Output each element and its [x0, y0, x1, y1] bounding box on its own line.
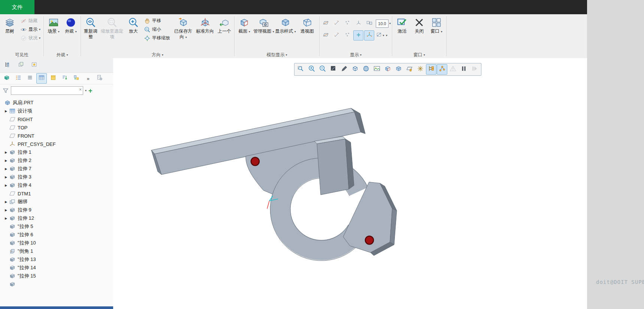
axis-display-toggle[interactable]: [332, 18, 342, 28]
show-button[interactable]: 显示 ▾: [18, 25, 42, 34]
tree-item-2[interactable]: ▶设计项: [0, 107, 113, 115]
expand-arrow-icon[interactable]: ▶: [3, 208, 9, 212]
tree-filter-button[interactable]: [426, 64, 436, 75]
tree-partial-selected-row[interactable]: [0, 306, 113, 309]
warning-button[interactable]: [448, 64, 458, 75]
edge-display-swatch[interactable]: ▾: [375, 30, 385, 40]
pan-button[interactable]: 平移: [142, 16, 172, 25]
expand-arrow-icon[interactable]: ▶: [3, 200, 9, 204]
tree-filters-button[interactable]: [13, 73, 24, 84]
favorites-tab-button[interactable]: [29, 60, 40, 70]
tree-item-4[interactable]: TOP: [0, 123, 113, 132]
tree-item-14[interactable]: ▶拉伸 9: [0, 206, 113, 214]
saved-orientations-button[interactable]: 已保存方向 ▾: [172, 16, 194, 40]
expand-arrow-icon[interactable]: ▶: [3, 110, 9, 113]
repaint-button[interactable]: [339, 64, 350, 75]
tree-item-1[interactable]: 风扇.PRT: [0, 99, 113, 107]
tree-filter-input[interactable]: [11, 86, 83, 95]
tree-item-10[interactable]: ▶拉伸 3: [0, 173, 113, 181]
dragger-button[interactable]: [437, 64, 447, 75]
add-filter-button[interactable]: +: [88, 87, 93, 94]
close-window-button[interactable]: 关闭: [411, 16, 428, 34]
tree-item-12[interactable]: DTM1: [0, 189, 113, 198]
tree-item-19[interactable]: "倒角 1: [0, 247, 113, 255]
expand-arrow-icon[interactable]: ▶: [3, 167, 9, 171]
tree-item-3[interactable]: RIGHT: [0, 115, 113, 123]
tree-item-17[interactable]: "拉伸 6: [0, 231, 113, 239]
axis-tag-toggle[interactable]: [332, 30, 342, 40]
expand-arrow-icon[interactable]: ▶: [3, 184, 9, 187]
expand-arrow-icon[interactable]: ▶: [3, 151, 9, 154]
refit-button[interactable]: 重新调整: [82, 16, 99, 40]
pause-button[interactable]: [459, 64, 469, 75]
tree-item-20[interactable]: "拉伸 13: [0, 255, 113, 264]
windows-button[interactable]: 窗口 ▾: [428, 16, 445, 34]
resume-button[interactable]: [469, 64, 480, 75]
annotation-display-toggle[interactable]: [364, 18, 374, 28]
tree-item-22[interactable]: "拉伸 15: [0, 272, 113, 280]
zoom-window-button[interactable]: [296, 64, 306, 75]
display-style-button[interactable]: [350, 64, 360, 75]
tree-item-21[interactable]: "拉伸 14: [0, 264, 113, 272]
clear-filter-icon[interactable]: ×: [79, 87, 82, 92]
shade-button[interactable]: [393, 64, 404, 75]
point-tag-toggle[interactable]: [342, 30, 353, 40]
csys-display-toggle[interactable]: [353, 18, 363, 28]
point-display-toggle[interactable]: [342, 18, 353, 28]
tree-item-partial[interactable]: [0, 280, 113, 288]
model-tree-toggle-button[interactable]: [2, 60, 13, 70]
tree-item-11[interactable]: ▶拉伸 4: [0, 181, 113, 189]
layer-tree-button[interactable]: 层树: [1, 16, 18, 34]
zoom-in-button[interactable]: 放大: [125, 16, 142, 34]
tree-item-7[interactable]: ▶拉伸 1: [0, 148, 113, 156]
tree-item-13[interactable]: ▶捆绑: [0, 198, 113, 206]
part-display-button[interactable]: [1, 73, 12, 84]
plane-display-toggle[interactable]: [321, 18, 331, 28]
zoom-to-selected-button[interactable]: 缩放至选定项: [99, 16, 125, 40]
tree-item-16[interactable]: "拉伸 5: [0, 222, 113, 231]
tree-settings-button[interactable]: [94, 73, 105, 84]
tree-item-5[interactable]: FRONT: [0, 132, 113, 140]
layer-tab-button[interactable]: [16, 60, 26, 70]
scene-button[interactable]: 场景 ▾: [45, 16, 62, 34]
tree-item-18[interactable]: "拉伸 10: [0, 239, 113, 247]
saved-orientations-button[interactable]: [361, 64, 371, 75]
tree-columns-button[interactable]: [25, 73, 35, 84]
expand-arrow-icon[interactable]: ▶: [3, 176, 9, 179]
hide-button[interactable]: 隐藏: [18, 16, 42, 25]
tree-table-button[interactable]: [36, 73, 47, 84]
plane-tag-toggle[interactable]: [321, 30, 331, 40]
filter-dropdown-icon[interactable]: ▾: [85, 89, 87, 92]
highlight-geometry-button[interactable]: [48, 73, 58, 84]
zoom-out-button[interactable]: 缩小: [142, 25, 172, 34]
menu-tab-1[interactable]: 文件: [0, 0, 34, 14]
expand-arrow-icon[interactable]: ▶: [3, 217, 9, 220]
spin-center-toggle[interactable]: [353, 30, 363, 40]
zoom-in-button[interactable]: [306, 64, 317, 75]
refit-button[interactable]: [328, 64, 339, 75]
tree-item-8[interactable]: ▶拉伸 2: [0, 156, 113, 165]
view-manager-button[interactable]: [372, 64, 382, 75]
overflow-button[interactable]: »: [83, 73, 93, 84]
section-button[interactable]: 截面 ▾: [236, 16, 253, 34]
expand-arrow-icon[interactable]: ▶: [3, 159, 9, 162]
manage-views-button[interactable]: 管理视图 ▾: [253, 16, 275, 34]
tree-item-15[interactable]: ▶拉伸 12: [0, 214, 113, 222]
display-style-button[interactable]: 显示样式 ▾: [275, 16, 296, 34]
sort-items-button[interactable]: [60, 73, 70, 84]
tolerance-display-box[interactable]: 10.0: [376, 20, 388, 28]
activate-button[interactable]: 激活: [393, 16, 411, 34]
status-button[interactable]: 状况 ▾: [18, 34, 42, 42]
insert-indicator-button[interactable]: [71, 73, 82, 84]
zoom-out-button[interactable]: [317, 64, 328, 75]
standard-orientation-button[interactable]: 标准方向: [194, 16, 216, 34]
dragger-display-toggle[interactable]: [364, 30, 374, 40]
annotation-display-button[interactable]: [404, 64, 415, 75]
3d-viewport[interactable]: [113, 58, 587, 309]
section-button[interactable]: [383, 64, 393, 75]
datum-display-button[interactable]: [415, 64, 426, 75]
previous-view-button[interactable]: 上一个: [216, 16, 233, 34]
appearance-button[interactable]: 外观 ▾: [62, 16, 79, 34]
tree-item-6[interactable]: PRT_CSYS_DEF: [0, 140, 113, 148]
pan-zoom-button[interactable]: 平移缩放: [142, 34, 172, 42]
